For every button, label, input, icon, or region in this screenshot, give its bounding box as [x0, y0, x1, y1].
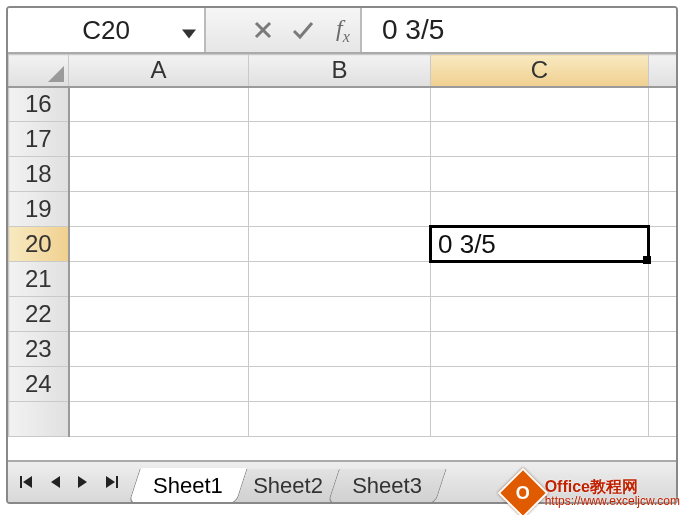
- cell-A18[interactable]: [69, 157, 249, 192]
- row-19: 19: [9, 192, 677, 227]
- watermark-logo: O: [497, 468, 548, 515]
- cell-D16[interactable]: [649, 87, 677, 122]
- formula-value: 0 3/5: [382, 14, 444, 46]
- svg-marker-5: [78, 476, 87, 488]
- svg-rect-2: [20, 476, 22, 488]
- formula-input[interactable]: 0 3/5: [360, 8, 676, 52]
- row-23: 23: [9, 332, 677, 367]
- svg-rect-7: [116, 476, 118, 488]
- cell-C24[interactable]: [431, 367, 649, 402]
- row-header-24[interactable]: 24: [9, 367, 69, 402]
- name-box-dropdown[interactable]: [182, 15, 196, 46]
- row-header-21[interactable]: 21: [9, 262, 69, 297]
- cell-A17[interactable]: [69, 122, 249, 157]
- cell-B23[interactable]: [249, 332, 431, 367]
- row-header-22[interactable]: 22: [9, 297, 69, 332]
- row-header-20[interactable]: 20: [9, 227, 69, 262]
- cancel-button[interactable]: [250, 15, 276, 45]
- watermark-line1: Office教程网: [545, 478, 680, 496]
- svg-marker-6: [106, 476, 115, 488]
- cell-D24[interactable]: [649, 367, 677, 402]
- cell-B25[interactable]: [249, 402, 431, 437]
- svg-marker-4: [51, 476, 60, 488]
- cell-D20[interactable]: [649, 227, 677, 262]
- cell-B20[interactable]: [249, 227, 431, 262]
- column-header-A[interactable]: A: [69, 55, 249, 87]
- cell-C18[interactable]: [431, 157, 649, 192]
- formula-bar: C20 fx 0 3/5: [8, 8, 676, 54]
- cell-D23[interactable]: [649, 332, 677, 367]
- check-icon: [292, 20, 314, 40]
- cell-D25[interactable]: [649, 402, 677, 437]
- row-20: 20 0 3/5: [9, 227, 677, 262]
- row-header-19[interactable]: 19: [9, 192, 69, 227]
- row-21: 21: [9, 262, 677, 297]
- cell-A21[interactable]: [69, 262, 249, 297]
- cell-C21[interactable]: [431, 262, 649, 297]
- name-box[interactable]: C20: [8, 8, 206, 52]
- row-header-18[interactable]: 18: [9, 157, 69, 192]
- watermark-text: Office教程网 https://www.exceljcw.com: [545, 478, 680, 509]
- column-header-D[interactable]: [649, 55, 677, 87]
- cell-D18[interactable]: [649, 157, 677, 192]
- row-header-23[interactable]: 23: [9, 332, 69, 367]
- cell-C16[interactable]: [431, 87, 649, 122]
- sheet-tab-3[interactable]: Sheet3: [328, 469, 447, 504]
- row-16: 16: [9, 87, 677, 122]
- tab-nav-first[interactable]: [14, 467, 40, 497]
- cell-A16[interactable]: [69, 87, 249, 122]
- app-window: C20 fx 0 3/5: [6, 6, 678, 504]
- cell-B18[interactable]: [249, 157, 431, 192]
- cell-C25[interactable]: [431, 402, 649, 437]
- prev-icon: [49, 475, 61, 489]
- cell-A20[interactable]: [69, 227, 249, 262]
- cell-A24[interactable]: [69, 367, 249, 402]
- cell-C19[interactable]: [431, 192, 649, 227]
- row-18: 18: [9, 157, 677, 192]
- cell-D17[interactable]: [649, 122, 677, 157]
- cell-A19[interactable]: [69, 192, 249, 227]
- active-cell-border: 0 3/5: [429, 225, 650, 263]
- cell-C23[interactable]: [431, 332, 649, 367]
- cell-B17[interactable]: [249, 122, 431, 157]
- row-22: 22: [9, 297, 677, 332]
- enter-button[interactable]: [290, 15, 316, 45]
- cell-C17[interactable]: [431, 122, 649, 157]
- cell-reference: C20: [82, 15, 130, 46]
- row-header-25[interactable]: [9, 402, 69, 437]
- cell-D22[interactable]: [649, 297, 677, 332]
- cell-B19[interactable]: [249, 192, 431, 227]
- tab-nav-last[interactable]: [98, 467, 124, 497]
- tab-nav-prev[interactable]: [42, 467, 68, 497]
- cell-B21[interactable]: [249, 262, 431, 297]
- next-icon: [77, 475, 89, 489]
- tab-nav-buttons: [8, 467, 130, 497]
- sheet-tab-1[interactable]: Sheet1: [128, 468, 247, 504]
- tab-nav-next[interactable]: [70, 467, 96, 497]
- row-25: [9, 402, 677, 437]
- cell-B24[interactable]: [249, 367, 431, 402]
- cell-A25[interactable]: [69, 402, 249, 437]
- cell-A23[interactable]: [69, 332, 249, 367]
- row-header-17[interactable]: 17: [9, 122, 69, 157]
- cell-B22[interactable]: [249, 297, 431, 332]
- column-header-row: A B C: [9, 55, 677, 87]
- column-header-C[interactable]: C: [431, 55, 649, 87]
- watermark: O Office教程网 https://www.exceljcw.com: [505, 475, 680, 511]
- column-header-B[interactable]: B: [249, 55, 431, 87]
- cell-C20[interactable]: 0 3/5: [431, 227, 649, 262]
- cell-A22[interactable]: [69, 297, 249, 332]
- spreadsheet-grid[interactable]: A B C 16 17 18: [8, 54, 676, 460]
- cell-B16[interactable]: [249, 87, 431, 122]
- cell-D19[interactable]: [649, 192, 677, 227]
- watermark-logo-letter: O: [516, 482, 530, 503]
- row-17: 17: [9, 122, 677, 157]
- select-all-corner[interactable]: [9, 55, 69, 87]
- cell-D21[interactable]: [649, 262, 677, 297]
- insert-function-button[interactable]: fx: [330, 15, 356, 45]
- cell-C22[interactable]: [431, 297, 649, 332]
- row-header-16[interactable]: 16: [9, 87, 69, 122]
- formula-bar-buttons: fx: [232, 8, 360, 52]
- chevron-down-icon: [182, 30, 196, 39]
- x-icon: [253, 20, 273, 40]
